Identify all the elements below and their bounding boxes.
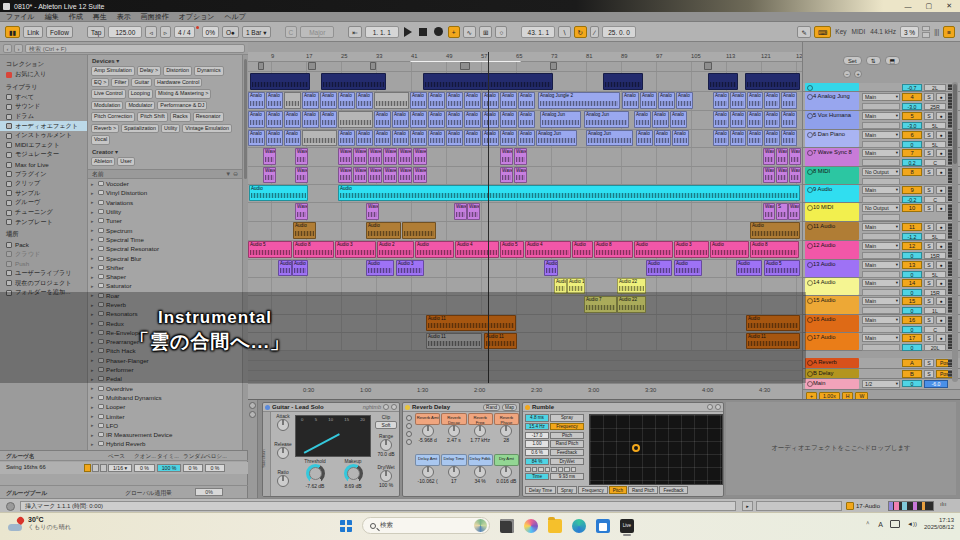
macro-dial-icon[interactable]: [422, 466, 434, 478]
session-record-button[interactable]: ○: [495, 26, 507, 38]
time-value[interactable]: 9.93 ms: [550, 473, 584, 481]
expand-arrow-icon[interactable]: ▸: [91, 190, 96, 196]
expand-arrow-icon[interactable]: ▸: [91, 209, 96, 215]
filter-chip-22[interactable]: Vocal: [91, 135, 110, 145]
track-name[interactable]: B Delay: [805, 369, 859, 377]
arrangement-follow-icon[interactable]: ▮▮: [5, 26, 20, 38]
device-drop-area[interactable]: オーディオエフェクトをここへドロップします: [726, 402, 956, 495]
task-view-button[interactable]: [500, 519, 514, 533]
clip[interactable]: Analo: [248, 130, 265, 146]
creator-chip-1[interactable]: User: [117, 157, 134, 167]
track-name[interactable]: 4 Analog Jung: [805, 92, 859, 100]
track-name[interactable]: 6 Dan Piano: [805, 130, 859, 138]
filter-chip-7[interactable]: Hardware Control: [154, 78, 202, 88]
clip[interactable]: Audio 8: [293, 241, 334, 258]
clip[interactable]: [302, 130, 337, 146]
track-row-4[interactable]: 4 Analog JungMain4S●-3.025R: [803, 92, 960, 111]
fold-icon[interactable]: [715, 404, 721, 410]
filter-chip-16[interactable]: Racks: [170, 112, 191, 122]
solo-button[interactable]: S: [924, 168, 934, 176]
track-name[interactable]: 17 Audio: [805, 333, 859, 341]
edge-browser-button[interactable]: [572, 519, 586, 533]
clip[interactable]: Analo: [670, 111, 687, 128]
param-label[interactable]: Rand Pitch: [550, 440, 584, 448]
track-name[interactable]: 13 Audio: [805, 260, 859, 268]
clip[interactable]: [258, 62, 264, 70]
track-volume[interactable]: 0: [902, 141, 922, 148]
expand-arrow-icon[interactable]: ▸: [91, 264, 96, 270]
track-name[interactable]: 10 MIDI: [805, 203, 859, 211]
time-ruler[interactable]: 0:301:001:302:002:303:003:304:004:30: [248, 383, 802, 399]
track-name[interactable]: 9 Audio: [805, 185, 859, 193]
track-row-10[interactable]: 10 MIDINo Output10S●: [803, 203, 960, 222]
filter-chip-19[interactable]: Spatialization: [121, 124, 159, 134]
clip[interactable]: Analo: [764, 111, 780, 128]
device-list-item-0[interactable]: ▸Vocoder: [88, 179, 242, 188]
output-routing-select[interactable]: Main: [862, 279, 900, 287]
macro-knob-0[interactable]: Reverb Amt-5.968 d: [415, 413, 440, 454]
vertical-scrollbar[interactable]: [952, 82, 958, 382]
filter-chip-5[interactable]: Filter: [111, 78, 129, 88]
track-volume[interactable]: 0: [902, 271, 922, 278]
sidebar-item-[interactable]: ユーザーライブラリ: [0, 269, 87, 279]
track-name[interactable]: Main: [805, 379, 859, 387]
clip[interactable]: Audio 2: [377, 241, 414, 258]
device-list-item-27[interactable]: ▸IR Measurement Device: [88, 430, 242, 439]
track-activator-icon[interactable]: ●: [936, 186, 946, 194]
sample-rate[interactable]: 44.1 kHz: [869, 28, 897, 35]
track-pan[interactable]: 20L: [924, 344, 946, 351]
attack-knob[interactable]: [277, 419, 289, 431]
groove-name[interactable]: Swing 16ths 66: [6, 464, 46, 470]
output-routing-select[interactable]: Main: [862, 316, 900, 324]
macro-value[interactable]: 2.47 s: [441, 437, 466, 443]
taskbar-search[interactable]: 検索: [362, 517, 490, 534]
device-list-item-2[interactable]: ▸Variations: [88, 198, 242, 207]
clip[interactable]: Wave: [353, 167, 367, 183]
close-button[interactable]: ✕: [946, 2, 952, 10]
track-activator-icon[interactable]: ●: [936, 261, 946, 269]
macro-dial-icon[interactable]: [500, 425, 512, 437]
makeup-value[interactable]: 8.69 dB: [335, 483, 371, 489]
groove-row[interactable]: Swing 16ths 66 1/16 ▾ 0 % 100 % 0 % 0 %: [0, 462, 248, 474]
param-value[interactable]: 1.00: [525, 440, 549, 448]
clip[interactable]: Wave: [353, 148, 367, 165]
clip[interactable]: Analo: [446, 92, 463, 109]
clip[interactable]: Wave: [338, 148, 352, 165]
track-activator-icon[interactable]: ●: [936, 168, 946, 176]
track-pan[interactable]: C: [924, 159, 946, 166]
track-row-11[interactable]: 11 AudioMain11S●-1.25L: [803, 222, 960, 241]
minimize-button[interactable]: —: [905, 3, 912, 10]
menu-item-1[interactable]: 編集: [45, 12, 59, 22]
track-volume[interactable]: 0: [902, 344, 922, 351]
macro-value[interactable]: 17: [441, 478, 466, 484]
track-volume[interactable]: -3.0: [902, 103, 922, 110]
groove-random-value[interactable]: 0 %: [183, 464, 203, 472]
output-routing-select[interactable]: Main: [862, 334, 900, 342]
clip[interactable]: Wave: [776, 148, 788, 165]
follow-button[interactable]: Follow: [46, 26, 73, 38]
clip[interactable]: Audio: [366, 260, 394, 276]
clip[interactable]: Analo: [338, 92, 355, 109]
tempo-value[interactable]: 125.00: [108, 26, 142, 38]
clip[interactable]: Wave: [763, 167, 775, 183]
filter-chip-3[interactable]: Dynamics: [194, 66, 224, 76]
start-button[interactable]: [340, 520, 352, 532]
track-name[interactable]: 15 Audio: [805, 296, 859, 304]
track-row-13[interactable]: 13 AudioMain13S●05L: [803, 260, 960, 278]
macro-value[interactable]: 28: [494, 437, 519, 443]
device-list-item-8[interactable]: ▸Spectral Blur: [88, 253, 242, 262]
menu-item-0[interactable]: ファイル: [6, 12, 35, 22]
clip[interactable]: Wave: [368, 148, 382, 165]
filter-chip-10[interactable]: Mixing & Mastering >: [155, 89, 211, 99]
clip[interactable]: Analo: [482, 111, 499, 128]
expand-arrow-icon[interactable]: ▸: [91, 274, 96, 280]
rumble-tab-DelayTime[interactable]: Delay Time: [525, 486, 556, 494]
track-number-button[interactable]: 4: [902, 93, 922, 101]
solo-button[interactable]: S: [924, 204, 934, 212]
track-pan[interactable]: 5L: [924, 271, 946, 278]
track-name[interactable]: 5 Vox Humana: [805, 111, 859, 119]
clip[interactable]: Analo: [482, 130, 499, 146]
clip[interactable]: Wave: [295, 203, 308, 220]
clip[interactable]: Analo: [747, 111, 763, 128]
track-row-6[interactable]: 6 Dan PianoMain6S●05L: [803, 130, 960, 148]
